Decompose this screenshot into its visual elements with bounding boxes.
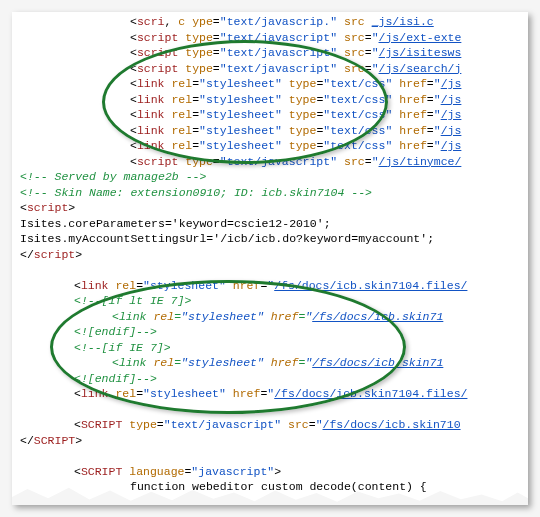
conditional-comment: <!--[if lt IE 7]> [20,293,467,309]
code-line: <link rel="stylesheet" type="text/css" h… [20,123,467,139]
code-line: <link rel="stylesheet" type="text/css" h… [20,107,467,123]
html-comment: <!-- Served by manage2b --> [20,169,467,185]
code-block: <scri, c ype="text/javascrip." src _js/i… [12,12,469,497]
code-line: </SCRIPT> [20,433,467,449]
code-line: <SCRIPT language="javascript"> [20,464,467,480]
code-line: <script type="text/javascript" src="/js/… [20,45,467,61]
code-line: <scri, c ype="text/javascrip." src _js/i… [20,14,467,30]
code-line: <link rel="stylesheet" href="/fs/docs/ic… [20,309,467,325]
code-line: <link rel="stylesheet" type="text/css" h… [20,76,467,92]
code-line: <script> [20,200,467,216]
conditional-comment: <![endif]--> [20,371,467,387]
code-line: Isites.myAccountSettingsUrl='/icb/icb.do… [20,231,467,247]
code-line: </script> [20,247,467,263]
code-line: <link rel="stylesheet" type="text/css" h… [20,92,467,108]
conditional-comment: <![endif]--> [20,324,467,340]
code-line: <link rel="stylesheet" type="text/css" h… [20,138,467,154]
code-line: <SCRIPT type="text/javascript" src="/fs/… [20,417,467,433]
code-line: <link rel="stylesheet" href="/fs/docs/ic… [20,278,467,294]
code-line: function webeditor custom decode(content… [20,479,467,495]
conditional-comment: <!--[if IE 7]> [20,340,467,356]
code-line: Isites.coreParameters='keyword=cscie12-2… [20,216,467,232]
code-line: <link rel="stylesheet" href="/fs/docs/ic… [20,386,467,402]
code-screenshot: <scri, c ype="text/javascrip." src _js/i… [12,12,528,505]
code-line: <script type="text/javascript" src="/js/… [20,30,467,46]
code-line: <script type="text/javascript" src="/js/… [20,61,467,77]
html-comment: <!-- Skin Name: extension0910; ID: icb.s… [20,185,467,201]
code-line: <link rel="stylesheet" href="/fs/docs/ic… [20,355,467,371]
code-line: <script type="text/javascript" src="/js/… [20,154,467,170]
